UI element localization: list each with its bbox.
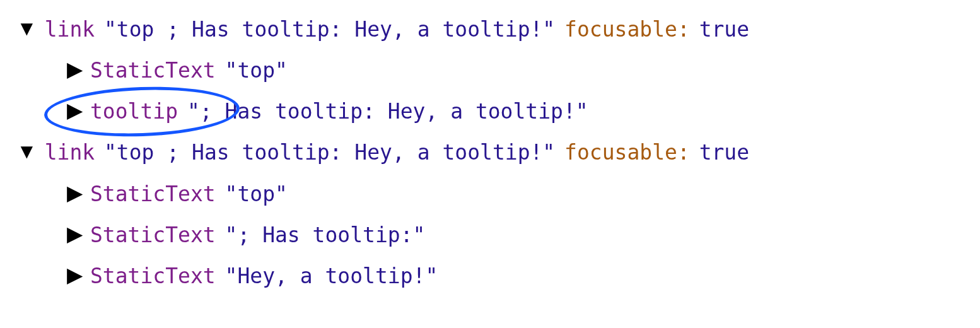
disclosure-expanded-icon[interactable]: ▼ <box>16 18 37 38</box>
node-role: StaticText <box>90 219 216 251</box>
tree-row[interactable]: ▶StaticText"; Has tooltip:" <box>6 214 974 255</box>
disclosure-collapsed-icon[interactable]: ▶ <box>67 182 83 203</box>
node-text: "; Has tooltip: Hey, a tooltip!" <box>187 95 588 127</box>
node-role: StaticText <box>90 260 216 292</box>
colon: : <box>677 136 690 168</box>
tree-row[interactable]: ▶StaticText"top" <box>6 173 974 214</box>
node-attribute: focusable <box>564 136 677 168</box>
node-role: tooltip <box>90 95 178 127</box>
node-text: "top" <box>225 178 288 210</box>
node-text: "top ; Has tooltip: Hey, a tooltip!" <box>104 13 555 45</box>
node-role: StaticText <box>90 178 216 210</box>
node-attribute: focusable <box>564 13 677 45</box>
accessibility-tree: ▼link"top ; Has tooltip: Hey, a tooltip!… <box>6 9 974 296</box>
disclosure-collapsed-icon[interactable]: ▶ <box>67 100 83 120</box>
tree-row[interactable]: ▶tooltip"; Has tooltip: Hey, a tooltip!" <box>6 91 974 132</box>
disclosure-collapsed-icon[interactable]: ▶ <box>67 264 83 285</box>
node-attribute-value: true <box>699 136 749 168</box>
node-text: "top ; Has tooltip: Hey, a tooltip!" <box>104 136 555 168</box>
node-role: link <box>45 136 95 168</box>
disclosure-expanded-icon[interactable]: ▼ <box>16 141 37 161</box>
node-role: StaticText <box>90 54 216 86</box>
node-text: "; Has tooltip:" <box>225 219 426 251</box>
node-text: "top" <box>225 54 288 86</box>
node-role: link <box>45 13 95 45</box>
tree-row[interactable]: ▶StaticText"Hey, a tooltip!" <box>6 255 974 296</box>
colon: : <box>677 13 690 45</box>
tree-row[interactable]: ▶StaticText"top" <box>6 50 974 91</box>
node-attribute-value: true <box>699 13 749 45</box>
tree-row[interactable]: ▼link"top ; Has tooltip: Hey, a tooltip!… <box>6 9 974 50</box>
node-text: "Hey, a tooltip!" <box>225 260 438 292</box>
disclosure-collapsed-icon[interactable]: ▶ <box>67 59 83 79</box>
tree-row[interactable]: ▼link"top ; Has tooltip: Hey, a tooltip!… <box>6 132 974 173</box>
disclosure-collapsed-icon[interactable]: ▶ <box>67 223 83 244</box>
